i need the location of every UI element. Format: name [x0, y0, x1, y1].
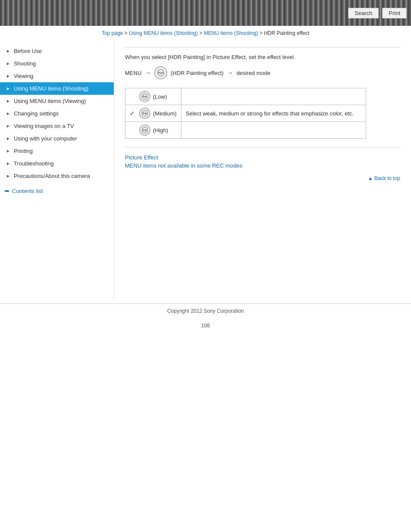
sidebar-item-changing-settings[interactable]: ► Changing settings [0, 107, 114, 120]
footer: Copyright 2012 Sony Corporation [0, 303, 411, 318]
sidebar-item-label: Printing [14, 148, 33, 154]
sidebar-item-viewing-tv[interactable]: ► Viewing images on a TV [0, 120, 114, 132]
sidebar-item-label: Before Use [14, 48, 42, 54]
picture-effect-link[interactable]: Picture Effect [125, 154, 400, 161]
sidebar-item-using-menu-shooting[interactable]: ► Using MENU items (Shooting) [0, 82, 114, 95]
arrow-icon: ► [6, 149, 10, 153]
contents-list-label: Contents list [12, 188, 43, 194]
arrow-right-icon-2: → [227, 69, 233, 76]
sidebar-item-label: Viewing [14, 73, 33, 79]
sidebar-item-label: Using MENU items (Viewing) [14, 98, 86, 104]
arrow-icon: ► [6, 86, 10, 91]
breadcrumb: Top page > Using MENU items (Shooting) >… [0, 26, 411, 40]
arrow-icon: ► [6, 49, 10, 53]
intro-text: When you select [HDR Painting] in Pictur… [125, 54, 400, 60]
arrow-right-icon: → [145, 69, 151, 76]
hdr-label: (HDR Painting effect) [171, 70, 224, 76]
sidebar-item-label: Using MENU items (Shooting) [14, 85, 88, 92]
back-to-top-link[interactable]: ▲ Back to top [368, 175, 400, 181]
sidebar-item-printing[interactable]: ► Printing [0, 145, 114, 157]
menu-flow: MENU → Putz (HDR Painting effect) → desi… [125, 66, 400, 79]
high-label: (High) [153, 127, 168, 134]
main-layout: ► Before Use ► Shooting ► Viewing ► Usin… [0, 40, 411, 299]
breadcrumb-current: HDR Painting effect [264, 30, 309, 36]
main-content: When you select [HDR Painting] in Pictur… [114, 40, 411, 299]
arrow-icon: ► [6, 99, 10, 103]
copyright-text: Copyright 2012 Sony Corporation [167, 308, 244, 314]
sidebar-item-shooting[interactable]: ► Shooting [0, 57, 114, 70]
sidebar-item-label: Changing settings [14, 110, 59, 117]
arrow-icon: ► [6, 111, 10, 116]
menu-items-not-available-link[interactable]: MENU items not available in some REC mod… [125, 162, 400, 169]
menu-label: MENU [125, 70, 141, 76]
bottom-rule [125, 147, 400, 148]
page-number: 108 [0, 318, 411, 331]
breadcrumb-link1[interactable]: Using MENU items (Shooting) [129, 30, 198, 36]
medium-icon: Putz [139, 108, 150, 119]
breadcrumb-link2[interactable]: MENU items (Shooting) [204, 30, 258, 36]
medium-description: Select weak, medium or strong for effect… [181, 105, 366, 122]
arrow-icon: ► [6, 74, 10, 78]
high-icon: Putz [139, 124, 150, 136]
sidebar-item-label: Using with your computer [14, 135, 77, 142]
row-icon-medium: ✓ Putz (Medium) [130, 108, 177, 119]
arrow-icon: ► [6, 136, 10, 141]
sidebar-item-label: Viewing images on a TV [14, 123, 74, 129]
sidebar-item-before-use[interactable]: ► Before Use [0, 45, 114, 57]
sidebar-item-using-computer[interactable]: ► Using with your computer [0, 132, 114, 145]
sidebar-item-precautions[interactable]: ► Precautions/About this camera [0, 170, 114, 182]
sidebar-item-label: Precautions/About this camera [14, 173, 90, 179]
arrow-icon: ► [6, 161, 10, 166]
sidebar-item-using-menu-viewing[interactable]: ► Using MENU items (Viewing) [0, 95, 114, 107]
row-icon-low: Putz (Low) [130, 91, 177, 102]
sidebar: ► Before Use ► Shooting ► Viewing ► Usin… [0, 40, 114, 299]
desired-label: desired mode [237, 70, 271, 76]
table-row: Putz (Low) [125, 88, 366, 105]
top-rule [125, 47, 400, 47]
low-description [181, 88, 366, 105]
sidebar-item-label: Troubleshooting [14, 160, 54, 167]
arrow-icon: ► [6, 124, 10, 128]
sidebar-item-viewing[interactable]: ► Viewing [0, 70, 114, 82]
contents-list-link[interactable]: ➡ Contents list [0, 182, 114, 199]
breadcrumb-top-link[interactable]: Top page [102, 30, 123, 36]
sidebar-item-label: Shooting [14, 60, 36, 67]
table-row: Putz (High) [125, 122, 366, 139]
search-button[interactable]: Search [348, 8, 379, 19]
print-button[interactable]: Print [382, 8, 407, 19]
row-icon-high: Putz (High) [130, 124, 177, 136]
sidebar-item-troubleshooting[interactable]: ► Troubleshooting [0, 157, 114, 170]
check-mark-icon: ✓ [130, 110, 135, 117]
effect-table: Putz (Low) ✓ Putz [125, 88, 366, 139]
table-row: ✓ Putz (Medium) Select weak, medium or s… [125, 105, 366, 122]
low-label: (Low) [153, 93, 167, 100]
back-to-top[interactable]: ▲ Back to top [125, 175, 400, 181]
medium-label: (Medium) [153, 110, 177, 117]
high-description [181, 122, 366, 139]
arrow-icon: ► [6, 61, 10, 66]
arrow-right-icon: ➡ [4, 187, 9, 194]
page-header: Search Print [0, 0, 411, 26]
low-icon: Putz [139, 91, 150, 102]
menu-icon: Putz [154, 66, 167, 79]
arrow-icon: ► [6, 174, 10, 178]
links-section: Picture Effect MENU items not available … [125, 154, 400, 169]
